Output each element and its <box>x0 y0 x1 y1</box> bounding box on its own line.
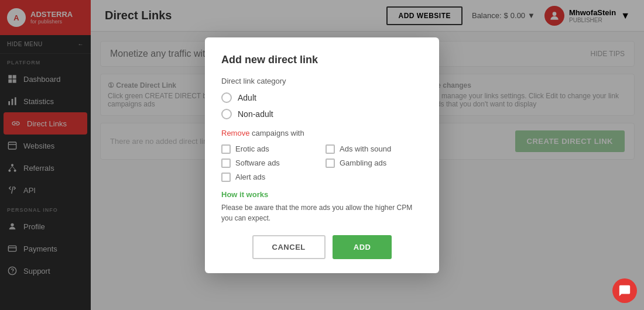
checkbox-box-alert <box>221 173 231 182</box>
modal: Add new direct link Direct link category… <box>205 37 439 273</box>
checkbox-label-software: Software ads <box>235 159 280 167</box>
modal-overlay: Add new direct link Direct link category… <box>0 0 644 310</box>
modal-title: Add new direct link <box>221 54 423 66</box>
checkbox-erotic-ads[interactable]: Erotic ads <box>221 144 318 154</box>
checkbox-label-gambling: Gambling ads <box>340 159 386 167</box>
checkbox-box-sound <box>326 144 335 154</box>
radio-label-non-adult: Non-adult <box>238 109 273 119</box>
modal-radio-group: Adult Non-adult <box>221 92 423 119</box>
remove-line: Remove campaigns with <box>221 129 423 137</box>
radio-adult[interactable]: Adult <box>221 92 423 103</box>
checkboxes-grid: Erotic ads Ads with sound Software ads G… <box>221 144 423 182</box>
checkbox-box-gambling <box>326 159 335 168</box>
modal-category-label: Direct link category <box>221 77 423 85</box>
remove-link[interactable]: Remove <box>221 129 249 137</box>
checkbox-box-software <box>221 159 231 168</box>
radio-label-adult: Adult <box>238 93 256 102</box>
radio-circle-non-adult <box>221 109 232 119</box>
checkbox-box-erotic <box>221 144 231 154</box>
checkbox-gambling-ads[interactable]: Gambling ads <box>326 159 423 168</box>
checkbox-ads-with-sound[interactable]: Ads with sound <box>326 144 423 154</box>
chat-bubble-button[interactable] <box>612 278 637 303</box>
checkbox-software-ads[interactable]: Software ads <box>221 159 318 168</box>
modal-actions: CANCEL ADD <box>221 235 423 259</box>
radio-non-adult[interactable]: Non-adult <box>221 109 423 119</box>
add-button[interactable]: ADD <box>333 235 392 259</box>
cancel-button[interactable]: CANCEL <box>252 235 326 259</box>
radio-circle-adult <box>221 92 232 103</box>
how-it-works-label: How it works <box>221 190 423 199</box>
modal-info-text: Please be aware that the more ads you al… <box>221 202 423 223</box>
checkbox-label-sound: Ads with sound <box>340 144 391 153</box>
remove-suffix: campaigns with <box>252 129 304 137</box>
checkbox-label-alert: Alert ads <box>235 173 265 181</box>
checkbox-label-erotic: Erotic ads <box>235 144 269 153</box>
checkbox-alert-ads[interactable]: Alert ads <box>221 173 318 182</box>
